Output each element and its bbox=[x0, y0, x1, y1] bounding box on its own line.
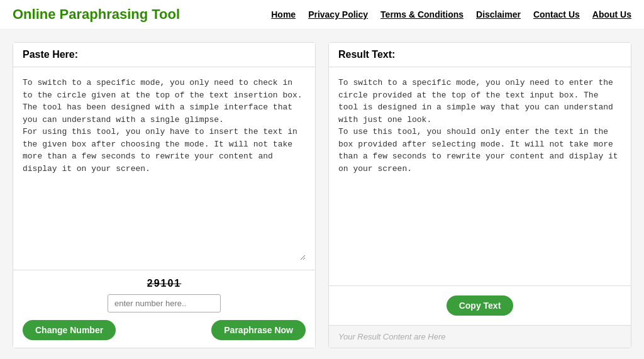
nav-disclaimer[interactable]: Disclaimer bbox=[476, 9, 521, 19]
change-number-button[interactable]: Change Number bbox=[23, 320, 116, 340]
result-text: To switch to a specific mode, you only n… bbox=[338, 77, 621, 175]
paste-textarea[interactable] bbox=[23, 77, 306, 260]
copy-text-button[interactable]: Copy Text bbox=[447, 295, 514, 316]
nav-terms[interactable]: Terms & Conditions bbox=[380, 9, 464, 19]
left-panel: Paste Here: 29101 Change Number Paraphra… bbox=[13, 42, 316, 348]
right-panel: Result Text: To switch to a specific mod… bbox=[328, 42, 631, 348]
nav-home[interactable]: Home bbox=[271, 9, 296, 19]
main-content: Paste Here: 29101 Change Number Paraphra… bbox=[0, 30, 644, 359]
result-footer: Your Result Content are Here bbox=[329, 325, 631, 348]
copy-button-container: Copy Text bbox=[329, 285, 631, 325]
nav-privacy[interactable]: Privacy Policy bbox=[308, 9, 368, 19]
captcha-number: 29101 bbox=[23, 278, 306, 289]
nav-about[interactable]: About Us bbox=[592, 9, 631, 19]
left-panel-footer: 29101 Change Number Paraphrase Now bbox=[13, 270, 315, 348]
footer-buttons: Change Number Paraphrase Now bbox=[23, 320, 306, 340]
main-nav: Home Privacy Policy Terms & Conditions D… bbox=[271, 9, 631, 19]
paraphrase-now-button[interactable]: Paraphrase Now bbox=[211, 320, 306, 340]
left-panel-header: Paste Here: bbox=[13, 43, 315, 67]
nav-contact[interactable]: Contact Us bbox=[533, 9, 580, 19]
captcha-input[interactable] bbox=[108, 294, 221, 312]
left-panel-body bbox=[13, 67, 315, 270]
right-panel-body: To switch to a specific mode, you only n… bbox=[329, 67, 631, 285]
site-header: Online Paraphrasing Tool Home Privacy Po… bbox=[0, 0, 644, 30]
site-title: Online Paraphrasing Tool bbox=[13, 6, 180, 23]
right-panel-header: Result Text: bbox=[329, 43, 631, 67]
